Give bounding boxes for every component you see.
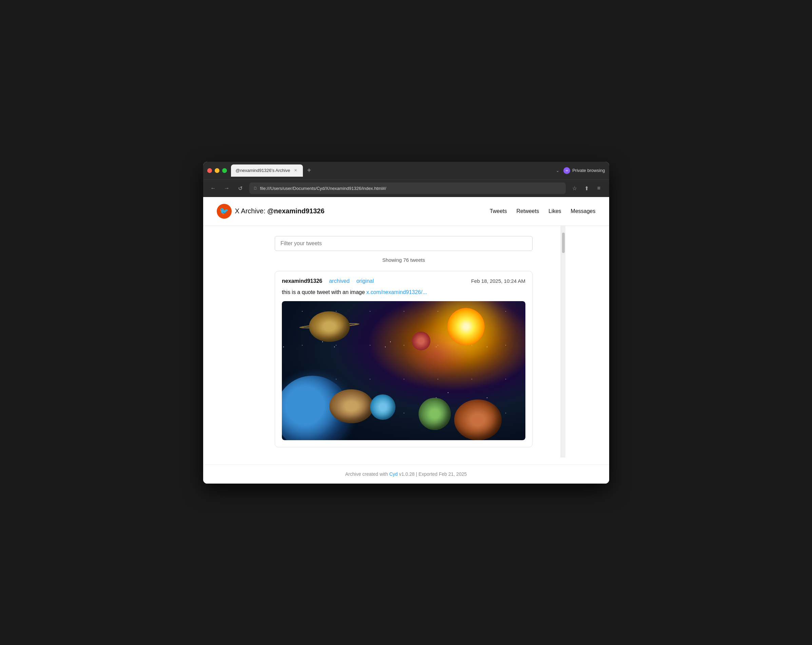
menu-button[interactable]: ≡ (594, 183, 604, 193)
nav-messages[interactable]: Messages (571, 208, 595, 214)
tab-title: @nexamind91326's Archive (236, 168, 290, 173)
main-scroll-area: Showing 76 tweets nexamind91326 archived… (247, 226, 561, 457)
title-bar: @nexamind91326's Archive ✕ + ⌄ ∞ Private… (203, 162, 609, 179)
forward-button[interactable]: → (222, 183, 232, 193)
minimize-button[interactable] (215, 168, 220, 173)
tweet-username: nexamind91326 (282, 278, 322, 284)
active-tab[interactable]: @nexamind91326's Archive ✕ (231, 165, 303, 177)
scrollbar-thumb[interactable] (562, 233, 565, 253)
new-tab-button[interactable]: + (304, 166, 314, 175)
blue-planet-object (370, 394, 395, 420)
rocky-planet-object (454, 400, 502, 440)
user-handle: @nexamind91326 (267, 207, 324, 215)
cyd-link[interactable]: Cyd (389, 471, 398, 477)
footer-suffix: v1.0.28 | Exported Feb 21, 2025 (398, 471, 467, 477)
original-link[interactable]: original (357, 278, 374, 284)
browser-window: @nexamind91326's Archive ✕ + ⌄ ∞ Private… (203, 162, 609, 483)
saturn-object (302, 305, 357, 345)
url-display: file:///Users/user/Documents/Cyd/X/nexam… (260, 186, 386, 191)
jupiter-object (329, 389, 374, 423)
private-browsing-label: Private browsing (572, 168, 605, 173)
tab-bar: @nexamind91326's Archive ✕ + (231, 165, 554, 177)
archived-link[interactable]: archived (329, 278, 350, 284)
title-bar-right: ⌄ ∞ Private browsing (556, 167, 605, 174)
tweet-date: Feb 18, 2025, 10:24 AM (471, 278, 525, 284)
space-scene (282, 301, 525, 440)
nav-actions: ☆ ⬆ ≡ (570, 183, 604, 193)
private-browsing-badge: ∞ Private browsing (563, 167, 605, 174)
traffic-lights (207, 168, 227, 173)
main-content: Showing 76 tweets nexamind91326 archived… (275, 226, 533, 457)
nav-bar: ← → ↺ 🗋 file:///Users/user/Documents/Cyd… (203, 179, 609, 197)
main-navigation: Tweets Retweets Likes Messages (490, 208, 595, 214)
back-button[interactable]: ← (209, 183, 218, 193)
footer-prefix: Archive created with (345, 471, 389, 477)
tweet-quoted-link[interactable]: x.com/nexamind91326/... (366, 289, 427, 295)
nav-tweets[interactable]: Tweets (490, 208, 507, 214)
showing-count: Showing 76 tweets (275, 257, 533, 263)
green-planet-object (418, 398, 451, 430)
tweet-card: nexamind91326 archived original Feb 18, … (275, 271, 533, 447)
app-logo: 🐦 X Archive: @nexamind91326 (217, 204, 325, 219)
nav-likes[interactable]: Likes (548, 208, 561, 214)
tab-close-button[interactable]: ✕ (293, 168, 298, 173)
private-browsing-icon: ∞ (563, 167, 570, 174)
archive-label: Archive: (241, 207, 267, 215)
distant-planet-object (481, 339, 505, 362)
maximize-button[interactable] (222, 168, 227, 173)
saturn-body (309, 311, 350, 342)
logo-icon: 🐦 (217, 204, 232, 219)
x-label: X (235, 207, 240, 215)
filter-input[interactable] (275, 236, 533, 251)
address-bar[interactable]: 🗋 file:///Users/user/Documents/Cyd/X/nex… (249, 183, 566, 194)
share-button[interactable]: ⬆ (582, 183, 592, 193)
bookmark-button[interactable]: ☆ (570, 183, 579, 193)
tabs-menu-button[interactable]: ⌄ (556, 168, 559, 173)
app-title: X Archive: @nexamind91326 (235, 207, 325, 215)
reload-button[interactable]: ↺ (236, 183, 245, 193)
tweet-body: this is a quote tweet with an image x.co… (282, 288, 525, 296)
tweet-image (282, 301, 525, 440)
red-planet-object (412, 332, 430, 350)
nav-retweets[interactable]: Retweets (517, 208, 539, 214)
close-button[interactable] (207, 168, 212, 173)
tweet-header: nexamind91326 archived original Feb 18, … (282, 278, 525, 284)
scrollbar[interactable] (561, 226, 565, 457)
tweet-text: this is a quote tweet with an image (282, 289, 366, 295)
app-header: 🐦 X Archive: @nexamind91326 Tweets Retwe… (203, 197, 609, 226)
page-footer: Archive created with Cyd v1.0.28 | Expor… (203, 464, 609, 483)
page-content: 🐦 X Archive: @nexamind91326 Tweets Retwe… (203, 197, 609, 483)
page-security-icon: 🗋 (253, 186, 258, 191)
